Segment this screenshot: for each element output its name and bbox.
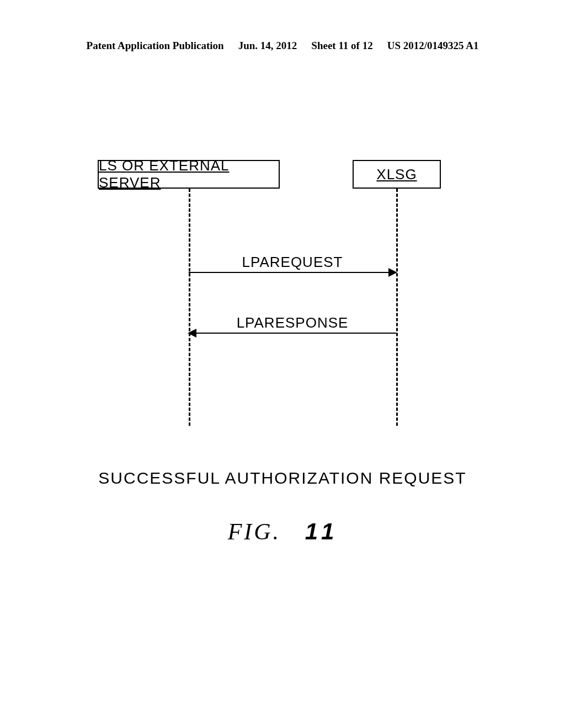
publication-type: Patent Application Publication — [87, 40, 224, 52]
figure-number: 11 — [305, 518, 338, 544]
figure-label: FIG. 11 — [0, 518, 565, 545]
arrow-right-icon — [189, 272, 396, 273]
sheet-number: Sheet 11 of 12 — [311, 40, 372, 52]
arrow-left-icon — [189, 333, 396, 334]
figure-prefix: FIG. — [228, 519, 281, 544]
diagram-caption: SUCCESSFUL AUTHORIZATION REQUEST — [0, 469, 565, 488]
lifeline-ls-server — [189, 189, 190, 426]
lifeline-xlsg — [396, 189, 398, 426]
publication-date: Jun. 14, 2012 — [238, 40, 297, 52]
page-header: Patent Application Publication Jun. 14, … — [0, 40, 565, 52]
patent-page: Patent Application Publication Jun. 14, … — [0, 0, 565, 728]
document-number: US 2012/0149325 A1 — [387, 40, 479, 52]
message-lparesponse: LPARESPONSE — [189, 314, 396, 334]
sequence-diagram: LS OR EXTERNAL SERVER XLSG LPAREQUEST LP… — [80, 160, 488, 447]
lifeline-headers: LS OR EXTERNAL SERVER XLSG — [80, 160, 488, 193]
message-label: LPARESPONSE — [189, 314, 396, 331]
participant-ls-server: LS OR EXTERNAL SERVER — [98, 160, 280, 189]
participant-xlsg: XLSG — [353, 160, 441, 189]
message-lparequest: LPAREQUEST — [189, 254, 396, 273]
message-label: LPAREQUEST — [189, 254, 396, 271]
